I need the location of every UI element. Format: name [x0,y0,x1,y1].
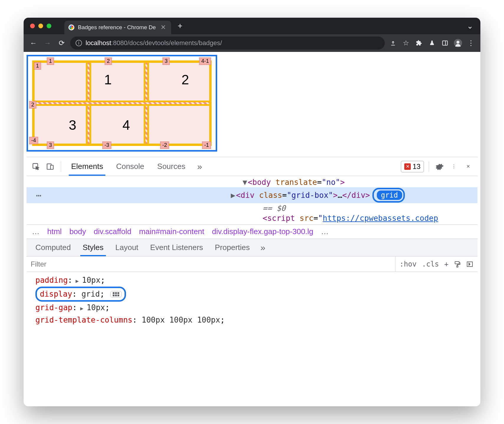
side-panel-icon[interactable] [440,38,450,48]
close-devtools-icon[interactable]: ✕ [462,161,474,172]
grid-line-label: 2 [105,57,112,65]
svg-rect-0 [443,41,448,45]
settings-gear-icon[interactable] [434,161,446,172]
labs-flask-icon[interactable] [427,38,437,48]
browser-window: Badges reference - Chrome De ✕ + ⌄ ← → ⟳… [24,18,480,406]
grid-editor-icon[interactable] [110,291,122,298]
devtools-toolbar: Elements Console Sources » ✕ 13 ⋮ ✕ [27,157,477,176]
address-bar[interactable]: i localhost:8080/docs/devtools/elements/… [70,37,385,50]
svg-rect-6 [457,266,458,267]
more-tabs-icon[interactable]: » [256,243,270,253]
minimize-window-button[interactable] [38,24,43,28]
more-tabs-icon[interactable]: » [193,162,206,172]
browser-tab[interactable]: Badges reference - Chrome De ✕ [64,21,171,34]
grid-line-label: 3 [163,57,170,65]
grid-line-label: 2 [29,101,36,109]
grid-line-label: 3 [47,142,54,149]
dom-menu-icon[interactable]: ⋯ [31,190,42,201]
css-rules: padding: ▶ 10px; display: grid; grid-gap… [27,272,477,326]
close-window-button[interactable] [30,24,35,28]
grid-line-label: -2 [160,142,169,149]
breadcrumb-overflow[interactable]: … [32,227,40,236]
grid-cell-content: 2 [181,72,189,88]
paint-icon[interactable] [454,261,461,268]
extensions-puzzle-icon[interactable] [414,38,424,48]
chrome-titlebar-area: Badges reference - Chrome De ✕ + ⌄ ← → ⟳… [24,18,480,52]
grid-line-label: 4-1 [199,57,211,65]
error-icon: ✕ [404,163,411,170]
url-text: localhost:8080/docs/devtools/elements/ba… [86,39,222,47]
chrome-favicon-icon [68,24,74,30]
grid-cell-content: 4 [122,117,130,133]
svg-rect-4 [50,165,53,169]
tab-event-listeners[interactable]: Event Listeners [145,239,208,256]
browser-toolbar: ← → ⟳ i localhost:8080/docs/devtools/ele… [24,34,480,52]
tab-title: Badges reference - Chrome De [78,24,156,31]
dom-eq0: == $0 [27,203,477,213]
devtools-panel: Elements Console Sources » ✕ 13 ⋮ ✕ ▼<bo… [27,157,477,326]
breadcrumb-item[interactable]: div.display-flex.gap-top-300.lg [212,227,313,236]
grid-line-label: -1 [202,142,211,149]
grid-line-label: -4 [29,137,38,144]
breadcrumb-item[interactable]: div.scaffold [94,227,132,236]
dom-node-selected[interactable]: ⋯ ▶<div class="grid-box">…</div> grid [27,187,477,203]
css-declaration[interactable]: grid-gap: ▶ 10px; [35,302,477,314]
dom-node[interactable]: <script src="https://cpwebassets.codep [27,213,477,223]
reload-button[interactable]: ⟳ [56,37,67,49]
share-icon[interactable] [388,38,398,48]
tab-close-icon[interactable]: ✕ [159,24,167,31]
tab-elements[interactable]: Elements [66,158,108,175]
display-grid-highlight: display: grid; [35,287,126,302]
profile-avatar[interactable] [453,38,463,48]
dom-node[interactable]: ▼<body translate="no"> [27,177,477,187]
dom-tree: ▼<body translate="no"> ⋯ ▶<div class="gr… [27,176,477,224]
styles-filter-row: :hov .cls + [27,257,477,272]
page-viewport: 1 2 3 4 1 1 2 3 4-1 2 -4 3 -3 -2 -1 [24,52,480,326]
svg-rect-5 [455,262,459,264]
tab-sources[interactable]: Sources [152,158,191,175]
hov-button[interactable]: :hov [400,260,417,268]
css-declaration[interactable]: grid-template-columns: 100px 100px 100px… [35,314,477,326]
grid-cell-content: 3 [69,117,76,133]
back-button[interactable]: ← [28,37,39,49]
new-tab-button[interactable]: + [178,21,182,31]
new-rule-icon[interactable]: + [444,260,449,268]
tabs-dropdown-icon[interactable]: ⌄ [467,22,476,31]
grid-line-label: 1 [47,57,54,65]
styles-filter-input[interactable] [27,260,395,268]
window-controls [28,24,51,28]
inspect-element-icon[interactable] [30,161,42,172]
grid-overlay-demo: 1 2 3 4 1 1 2 3 4-1 2 -4 3 -3 -2 -1 [27,55,217,152]
bookmark-star-icon[interactable]: ☆ [401,38,411,48]
site-info-icon[interactable]: i [76,40,82,46]
grid-cell-content: 1 [104,72,112,88]
grid-line-horizontal [35,101,209,106]
tab-console[interactable]: Console [111,158,149,175]
css-declaration[interactable]: padding: ▶ 10px; [35,274,477,287]
grid-line-label: -3 [102,142,111,149]
css-declaration-display[interactable]: display: grid; [35,287,477,302]
tab-computed[interactable]: Computed [30,239,76,256]
device-toggle-icon[interactable] [44,161,56,172]
breadcrumb-item[interactable]: body [69,227,86,236]
cls-button[interactable]: .cls [422,260,439,268]
tab-styles[interactable]: Styles [77,239,109,256]
grid-badge[interactable]: grid [377,190,402,200]
dom-breadcrumb: … html body div.scaffold main#main-conte… [27,224,477,239]
tab-properties[interactable]: Properties [210,239,255,256]
tab-layout[interactable]: Layout [110,239,144,256]
breadcrumb-item[interactable]: main#main-content [139,227,204,236]
computed-toggle-icon[interactable] [466,261,473,268]
breadcrumb-overflow[interactable]: … [321,227,329,236]
forward-button[interactable]: → [42,37,53,49]
maximize-window-button[interactable] [47,24,51,28]
breadcrumb-item[interactable]: html [47,227,62,236]
grid-badge-highlight: grid [372,188,405,203]
grid-line-label: 1 [34,62,41,70]
devtools-menu-icon[interactable]: ⋮ [448,161,460,172]
chrome-menu-icon[interactable]: ⋮ [466,38,476,48]
styles-tabbar: Computed Styles Layout Event Listeners P… [27,239,477,257]
error-count-badge[interactable]: ✕ 13 [401,161,424,172]
